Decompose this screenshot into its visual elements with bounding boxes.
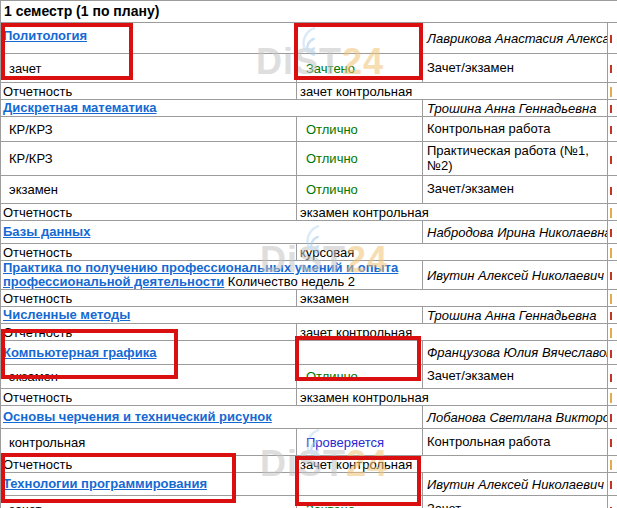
report-value-cell: зачет контрольная [297, 83, 608, 100]
report-value-cell: экзамен контрольная [297, 204, 608, 221]
assessment-type-cell: контрольная [1, 429, 297, 456]
clipped-right-cell [608, 365, 617, 389]
clipped-right-cell [608, 406, 617, 429]
subject-cell: Численные методы [1, 307, 423, 324]
clipped-right-cell [608, 324, 617, 341]
work-type-cell: Зачет [423, 496, 608, 508]
grades-page: 1 семестр (1 по плану)ПолитологияЛаврико… [0, 0, 617, 508]
report-label-cell: Отчетность [1, 204, 297, 221]
table-row: 1 семестр (1 по плану) [1, 1, 617, 23]
report-label-cell: Отчетность [1, 83, 297, 100]
report-value-cell: экзамен контрольная [297, 389, 608, 406]
highlight-tech-prog [1, 453, 236, 503]
clipped-right-cell [608, 496, 617, 508]
clipped-right-cell [608, 54, 617, 83]
highlight-tech-prog-grade [295, 456, 421, 506]
table-row: КР/КРЗОтличноПрактическая работа (№1, №2… [1, 142, 617, 176]
teacher-name: Французова Юлия Вячеславов [423, 341, 608, 365]
clipped-right-cell [608, 142, 617, 176]
report-value-cell: курсовая [297, 244, 608, 261]
work-type-cell: Зачет/экзамен [423, 365, 608, 389]
semester-header: 1 семестр (1 по плану) [1, 1, 617, 23]
clipped-right-cell [608, 290, 617, 307]
work-type-cell: Зачет/экзамен [423, 176, 608, 204]
work-type-cell: Зачет/экзамен [423, 54, 608, 83]
subject-cell: Дискретная математика [1, 100, 423, 117]
table-row: Отчетностьзачет контрольная [1, 83, 617, 100]
highlight-politologia [1, 23, 133, 80]
subject-cell: Основы черчения и технический рисунок [1, 406, 423, 429]
table-row: КР/КРЗОтличноКонтрольная работа [1, 117, 617, 142]
report-value-cell: экзамен [297, 290, 608, 307]
clipped-right-cell [608, 244, 617, 261]
assessment-type-cell: КР/КРЗ [1, 142, 297, 176]
table-row: экзаменОтличноЗачет/экзамен [1, 176, 617, 204]
highlight-politologia-grade [294, 23, 423, 80]
clipped-right-cell [608, 307, 617, 324]
clipped-right-cell [608, 204, 617, 221]
grade-value-cell: Отлично [297, 176, 423, 204]
assessment-type-cell: экзамен [1, 176, 297, 204]
highlight-komp-grafika-grade [295, 336, 421, 381]
table-row: Основы черчения и технический рисунокЛоб… [1, 406, 617, 429]
clipped-right-cell [608, 341, 617, 365]
table-row: Отчетностьэкзамен контрольная [1, 204, 617, 221]
subject-cell: Базы данных [1, 221, 423, 244]
work-type-cell: Контрольная работа [423, 429, 608, 456]
clipped-right-cell [608, 23, 617, 54]
grade-value-cell: Отлично [297, 117, 423, 142]
table-row: Практика по получению профессиональных у… [1, 261, 617, 290]
table-row: Численные методыТрошина Анна Геннадьевна [1, 307, 617, 324]
table-row: Дискретная математикаТрошина Анна Геннад… [1, 100, 617, 117]
work-type-cell: Практическая работа (№1, №2) [423, 142, 608, 176]
clipped-right-cell [608, 83, 617, 100]
teacher-name: Набродова Ирина Николаевна [423, 221, 608, 244]
grade-value-cell: Проверяется [297, 429, 423, 456]
clipped-right-cell [608, 429, 617, 456]
table-row: Отчетностьэкзамен [1, 290, 617, 307]
subject-link[interactable]: Основы черчения и технический рисунок [3, 409, 272, 424]
teacher-name: Трошина Анна Геннадьевна [423, 100, 608, 117]
table-row: Базы данныхНабродова Ирина Николаевна [1, 221, 617, 244]
table-row: Отчетностькурсовая [1, 244, 617, 261]
subject-link[interactable]: Базы данных [3, 224, 90, 239]
subject-suffix: Количество недель 2 [224, 274, 355, 289]
clipped-right-cell [608, 117, 617, 142]
subject-cell: Практика по получению профессиональных у… [1, 261, 423, 290]
subject-link[interactable]: Численные методы [3, 307, 130, 322]
highlight-komp-grafika [1, 329, 178, 379]
clipped-right-cell [608, 389, 617, 406]
report-label-cell: Отчетность [1, 389, 297, 406]
clipped-right-cell [608, 261, 617, 290]
table-row: контрольнаяПроверяетсяКонтрольная работа [1, 429, 617, 456]
report-label-cell: Отчетность [1, 290, 297, 307]
teacher-name: Ивутин Алексей Николаевич [423, 473, 608, 496]
report-label-cell: Отчетность [1, 244, 297, 261]
grade-value-cell: Отлично [297, 142, 423, 176]
teacher-name: Лаврикова Анастасия Алекса [423, 23, 608, 54]
work-type-cell: Контрольная работа [423, 117, 608, 142]
assessment-type-cell: КР/КРЗ [1, 117, 297, 142]
teacher-name: Лобанова Светлана Викторо [423, 406, 608, 429]
clipped-right-cell [608, 456, 617, 473]
clipped-right-cell [608, 176, 617, 204]
clipped-right-cell [608, 473, 617, 496]
clipped-right-cell [608, 100, 617, 117]
clipped-right-cell [608, 221, 617, 244]
table-row: Отчетностьэкзамен контрольная [1, 389, 617, 406]
subject-link[interactable]: Дискретная математика [3, 100, 157, 115]
teacher-name: Трошина Анна Геннадьевна [423, 307, 608, 324]
teacher-name: Ивутин Алексей Николаевич [423, 261, 608, 290]
